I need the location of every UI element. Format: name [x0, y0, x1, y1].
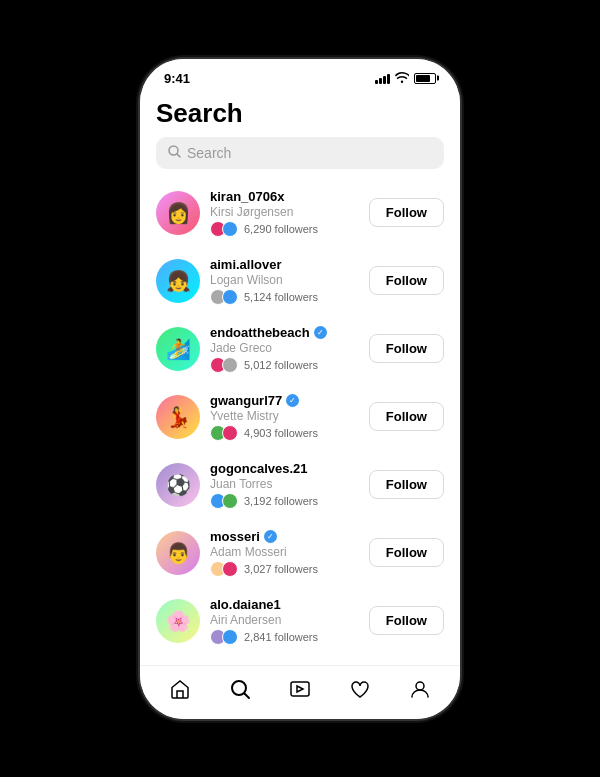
real-name: Airi Andersen	[210, 613, 359, 627]
follower-avatars	[210, 629, 234, 645]
svg-point-5	[416, 682, 424, 690]
username: gogoncalves.21	[210, 461, 308, 476]
follow-button[interactable]: Follow	[369, 470, 444, 499]
avatar: 🌸	[156, 599, 200, 643]
verified-badge: ✓	[264, 530, 277, 543]
bottom-nav	[140, 665, 460, 719]
user-info: gogoncalves.21 Juan Torres 3,192 followe…	[210, 461, 359, 509]
followers-count: 5,124 followers	[244, 291, 318, 303]
real-name: Adam Mosseri	[210, 545, 359, 559]
nav-likes[interactable]	[340, 669, 380, 709]
search-icon	[168, 145, 181, 161]
username: kiran_0706x	[210, 189, 284, 204]
followers-row: 4,903 followers	[210, 425, 359, 441]
follow-button[interactable]: Follow	[369, 402, 444, 431]
user-item: ⚽ gogoncalves.21 Juan Torres 3,192 follo…	[156, 451, 444, 519]
followers-row: 6,290 followers	[210, 221, 359, 237]
nav-profile[interactable]	[400, 669, 440, 709]
followers-count: 4,903 followers	[244, 427, 318, 439]
follow-button[interactable]: Follow	[369, 334, 444, 363]
verified-badge: ✓	[314, 326, 327, 339]
search-nav-icon	[229, 678, 251, 700]
followers-row: 5,012 followers	[210, 357, 359, 373]
nav-home[interactable]	[160, 669, 200, 709]
followers-count: 6,290 followers	[244, 223, 318, 235]
home-icon	[169, 678, 191, 700]
follower-avatars	[210, 493, 234, 509]
user-list: 👩 kiran_0706x Kirsi Jørgensen 6,290 foll…	[140, 179, 460, 655]
follower-avatars	[210, 221, 234, 237]
real-name: Jade Greco	[210, 341, 359, 355]
signal-bars-icon	[375, 72, 390, 84]
page-title: Search	[156, 98, 444, 129]
user-info: alo.daiane1 Airi Andersen 2,841 follower…	[210, 597, 359, 645]
username-row: kiran_0706x	[210, 189, 359, 204]
follower-avatar	[222, 221, 238, 237]
user-item: 🌸 alo.daiane1 Airi Andersen 2,841 follow…	[156, 587, 444, 655]
avatar: ⚽	[156, 463, 200, 507]
battery-icon	[414, 73, 436, 84]
user-info: kiran_0706x Kirsi Jørgensen 6,290 follow…	[210, 189, 359, 237]
username-row: aimi.allover	[210, 257, 359, 272]
avatar: 💃	[156, 395, 200, 439]
follow-button[interactable]: Follow	[369, 606, 444, 635]
username-row: gogoncalves.21	[210, 461, 359, 476]
username: gwangurl77	[210, 393, 282, 408]
username-row: endoatthebeach ✓	[210, 325, 359, 340]
avatar: 👧	[156, 259, 200, 303]
svg-line-3	[245, 694, 250, 699]
real-name: Juan Torres	[210, 477, 359, 491]
follow-button[interactable]: Follow	[369, 198, 444, 227]
followers-count: 2,841 followers	[244, 631, 318, 643]
real-name: Kirsi Jørgensen	[210, 205, 359, 219]
svg-line-1	[177, 153, 180, 156]
reels-icon	[289, 678, 311, 700]
profile-icon	[409, 678, 431, 700]
heart-icon	[349, 678, 371, 700]
real-name: Logan Wilson	[210, 273, 359, 287]
user-item: 👧 aimi.allover Logan Wilson 5,124 follow…	[156, 247, 444, 315]
user-info: endoatthebeach ✓ Jade Greco 5,012 follow…	[210, 325, 359, 373]
avatar: 🏄	[156, 327, 200, 371]
follower-avatars	[210, 561, 234, 577]
nav-search[interactable]	[220, 669, 260, 709]
status-icons	[375, 72, 436, 85]
username-row: alo.daiane1	[210, 597, 359, 612]
followers-row: 2,841 followers	[210, 629, 359, 645]
username-row: gwangurl77 ✓	[210, 393, 359, 408]
status-bar: 9:41	[140, 59, 460, 90]
page-header: Search Search	[140, 90, 460, 179]
user-info: mosseri ✓ Adam Mosseri 3,027 followers	[210, 529, 359, 577]
real-name: Yvette Mistry	[210, 409, 359, 423]
follower-avatar	[222, 629, 238, 645]
followers-row: 5,124 followers	[210, 289, 359, 305]
follower-avatars	[210, 425, 234, 441]
search-input-placeholder: Search	[187, 145, 231, 161]
user-item: 👨 mosseri ✓ Adam Mosseri 3,027 followers…	[156, 519, 444, 587]
wifi-icon	[395, 72, 409, 85]
search-bar[interactable]: Search	[156, 137, 444, 169]
follower-avatars	[210, 357, 234, 373]
nav-reels[interactable]	[280, 669, 320, 709]
follower-avatar	[222, 561, 238, 577]
verified-badge: ✓	[286, 394, 299, 407]
username-row: mosseri ✓	[210, 529, 359, 544]
followers-count: 3,192 followers	[244, 495, 318, 507]
status-time: 9:41	[164, 71, 190, 86]
avatar: 👩	[156, 191, 200, 235]
followers-row: 3,027 followers	[210, 561, 359, 577]
user-item: 🏄 endoatthebeach ✓ Jade Greco 5,012 foll…	[156, 315, 444, 383]
follow-button[interactable]: Follow	[369, 538, 444, 567]
follower-avatar	[222, 425, 238, 441]
followers-count: 5,012 followers	[244, 359, 318, 371]
user-item: 👩 kiran_0706x Kirsi Jørgensen 6,290 foll…	[156, 179, 444, 247]
user-item: 💃 gwangurl77 ✓ Yvette Mistry 4,903 follo…	[156, 383, 444, 451]
follower-avatar	[222, 289, 238, 305]
followers-row: 3,192 followers	[210, 493, 359, 509]
follower-avatars	[210, 289, 234, 305]
user-info: gwangurl77 ✓ Yvette Mistry 4,903 followe…	[210, 393, 359, 441]
followers-count: 3,027 followers	[244, 563, 318, 575]
follower-avatar	[222, 493, 238, 509]
follow-button[interactable]: Follow	[369, 266, 444, 295]
follower-avatar	[222, 357, 238, 373]
